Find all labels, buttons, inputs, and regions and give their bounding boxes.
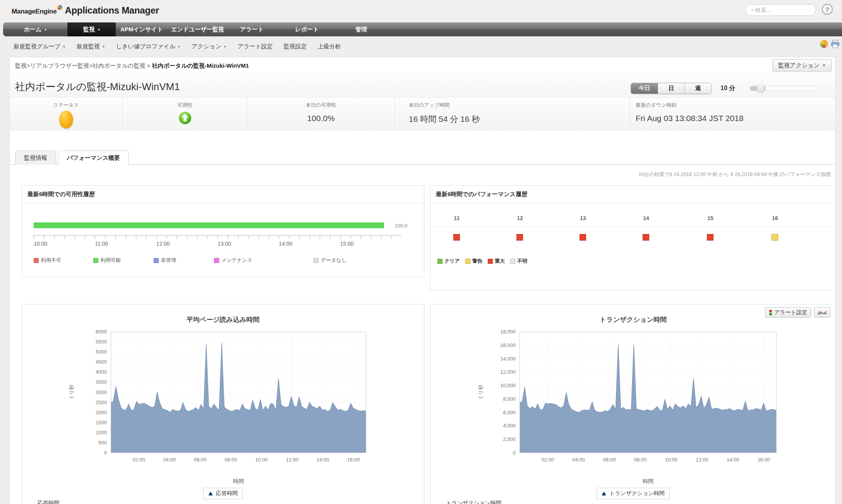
search-input[interactable] [755, 7, 826, 14]
pie-chart-icon[interactable] [820, 40, 828, 48]
page: ManageEngine Applications Manager ▾ ? ホー… [0, 0, 842, 504]
performance-hour-label: 15 [703, 215, 718, 221]
availability-history-panel: 最新6時間での可用性履歴 100.0 10:0011:0012:0013:001… [22, 185, 424, 277]
availability-bar [34, 222, 384, 228]
tab-performance-overview[interactable]: パフォーマンス概要 [58, 150, 129, 166]
nav-item-label: ホーム [24, 26, 42, 33]
range-button-week[interactable]: 週 [684, 83, 711, 94]
availability-bar-value: 100.0 [395, 223, 408, 229]
legend-color-swatch [465, 259, 470, 264]
performance-status-square-critical[interactable] [516, 234, 523, 241]
performance-status-square-critical[interactable] [707, 234, 713, 241]
status-col-label: 最新のダウン時刻 [636, 102, 835, 109]
subnav-item-label: 新規監視 [77, 43, 100, 50]
performance-hour-label: 16 [767, 215, 783, 221]
status-orb-icon [59, 111, 73, 128]
performance-status-square-critical[interactable] [643, 234, 649, 241]
search-box[interactable]: ▾ [746, 4, 816, 16]
status-col-availability-today: 本日の可用性100.0% [247, 97, 395, 130]
status-col-value: 100.0% [247, 114, 394, 123]
x-tick-label: 06:00 [597, 457, 622, 463]
y-tick-label: 4500 [79, 359, 107, 365]
y-tick-label: 1000 [79, 430, 107, 436]
monitor-actions-button[interactable]: 監視アクション ▼ [772, 59, 832, 72]
legend-label: データなし [321, 257, 346, 264]
chart-plot-area [111, 332, 366, 453]
x-tick-label: 08:00 [218, 457, 243, 463]
subnav-item-new-monitor[interactable]: 新規監視▼ [77, 43, 105, 50]
status-col-uptime-today: 本日のアップ時間16 時間 54 分 16 秒 [395, 97, 630, 130]
granularity-note: 10分の粒度で8 24,2018 12:00 午前 から 8 24,2018 0… [638, 171, 831, 178]
legend-label: クリア [444, 258, 460, 265]
performance-status-square-critical[interactable] [453, 234, 460, 241]
chevron-down-icon: ▾ [45, 27, 46, 32]
x-axis-label: 時間 [227, 478, 250, 485]
subnav-item-threshold-profile[interactable]: しきい値プロファイル▼ [116, 43, 181, 50]
performance-status-square-critical[interactable] [580, 234, 586, 241]
tab-monitor-info[interactable]: 監視情報 [15, 150, 56, 165]
subnav-item-label: 監視設定 [284, 43, 307, 50]
search-scope-caret-icon[interactable]: ▾ [751, 9, 753, 12]
performance-legend-item: 警告 [465, 258, 482, 265]
slider-handle[interactable] [756, 84, 765, 92]
subnav-item-advanced-analysis[interactable]: 上級分析 [318, 43, 341, 50]
subnav-item-new-monitor-group[interactable]: 新規監視グループ▼ [14, 43, 66, 50]
nav-item-home[interactable]: ホーム▾ [3, 22, 67, 36]
y-tick-label: 3000 [79, 390, 107, 395]
status-col-label: 本日のアップ時間 [409, 102, 629, 109]
help-icon[interactable]: ? [822, 4, 833, 15]
chart-title: トランザクション時間 [430, 315, 836, 324]
availability-ruler [34, 235, 401, 239]
range-button-today[interactable]: 今日 [631, 83, 658, 94]
subnav-item-alert-settings[interactable]: アラート設定 [238, 43, 273, 50]
nav-item-label: 管理 [355, 26, 367, 33]
nav-item-label: エンドユーザー監視 [171, 26, 224, 33]
time-label: 12:00 [156, 241, 170, 247]
performance-status-square-warning[interactable] [772, 234, 778, 241]
time-label: 11:00 [95, 241, 108, 247]
nav-item-apm-insight[interactable]: APMインサイト [116, 22, 168, 36]
chart-legend[interactable]: トランザクション時間 [597, 488, 670, 499]
nav-item-monitor[interactable]: 監視▾ [67, 22, 116, 36]
nav-item-alerts[interactable]: アラート [228, 22, 276, 36]
chevron-down-icon: ▼ [177, 45, 181, 49]
nav-item-label: 監視 [83, 26, 95, 33]
performance-history-panel: 最新6時間でのパフォーマンス履歴 111213141516 クリア警告重大不明 [430, 185, 836, 290]
legend-color-swatch [510, 259, 515, 264]
y-tick-label: 14,000 [488, 356, 516, 362]
chart-legend-label: トランザクション時間 [609, 490, 665, 497]
chart-legend-row: トランザクション時間 [430, 488, 836, 499]
breadcrumb-path[interactable]: 監視>リアルブラウザー監視>社内ポータルの監視 > [15, 62, 150, 69]
printer-icon[interactable] [831, 39, 840, 48]
subnav-item-label: 上級分析 [318, 43, 341, 50]
divider [22, 203, 424, 203]
legend-color-swatch [437, 259, 442, 264]
chart-legend-row: 応答時間 [22, 488, 424, 499]
performance-legend-item: クリア [437, 258, 460, 265]
subnav-item-monitor-settings[interactable]: 監視設定 [284, 43, 307, 50]
x-tick-label: 16:00 [751, 457, 776, 463]
chevron-down-icon: ▾ [98, 27, 100, 32]
legend-label: 利用不可 [41, 257, 61, 264]
chart-legend[interactable]: 応答時間 [203, 488, 243, 499]
legend-label: 利用可能 [101, 257, 121, 264]
chevron-down-icon: ▼ [223, 45, 227, 49]
subnav-item-actions[interactable]: アクション▼ [192, 43, 227, 50]
y-tick-label: 3500 [79, 379, 107, 385]
nav-item-reports[interactable]: レポート [276, 22, 338, 36]
legend-label: 警告 [472, 258, 482, 265]
y-axis-label: ミリ秒 [68, 381, 75, 404]
nav-item-label: APMインサイト [120, 26, 163, 33]
nav-item-admin[interactable]: 管理 [338, 22, 384, 36]
x-tick-label: 06:00 [188, 457, 213, 463]
availability-legend-item: 利用可能 [93, 257, 121, 264]
y-tick-label: 0 [79, 450, 107, 456]
range-button-day[interactable]: 日 [658, 83, 684, 94]
nav-item-end-user-monitoring[interactable]: エンドユーザー監視 [168, 22, 228, 36]
page-load-time-chart-panel: 平均ページ読み込み時間 ミリ秒 時間 応答時間 0500100015002000… [22, 304, 424, 504]
monitor-actions-label: 監視アクション [778, 62, 820, 69]
sub-nav: 新規監視グループ▼新規監視▼しきい値プロファイル▼アクション▼アラート設定監視設… [0, 36, 842, 57]
legend-color-swatch [214, 258, 219, 263]
y-tick-label: 6,000 [488, 410, 516, 415]
response-time-section-label: 応答時間 [38, 500, 59, 504]
